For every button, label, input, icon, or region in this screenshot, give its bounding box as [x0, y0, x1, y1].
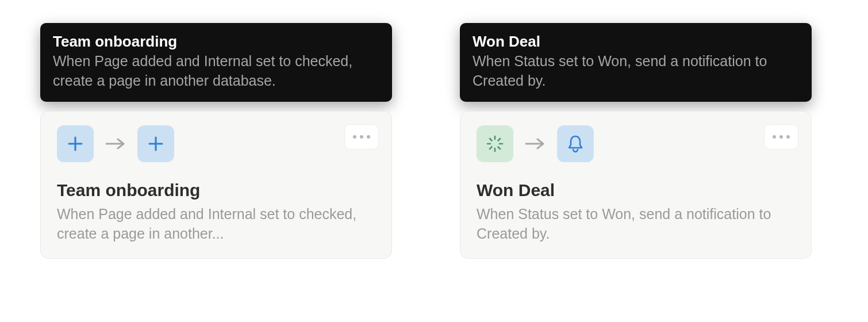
automation-flow-row [57, 125, 375, 162]
automation-item: Won Deal When Status set to Won, send a … [460, 23, 812, 259]
action-icon-box [557, 125, 594, 162]
tooltip-description: When Page added and Internal set to chec… [53, 52, 379, 91]
tooltip-title: Won Deal [473, 32, 799, 52]
plus-icon [67, 135, 84, 152]
tooltip-title: Team onboarding [53, 32, 379, 52]
more-options-button[interactable] [764, 124, 798, 150]
arrow-icon [523, 137, 548, 151]
spinner-icon [485, 134, 505, 154]
more-options-button[interactable] [344, 124, 379, 150]
trigger-icon-box [477, 125, 513, 162]
automation-title: Won Deal [477, 179, 795, 201]
dots-icon [773, 135, 776, 139]
automation-flow-row [477, 125, 795, 162]
plus-icon [147, 135, 164, 152]
svg-line-9 [490, 139, 492, 141]
svg-line-10 [498, 147, 501, 150]
svg-line-11 [490, 147, 492, 150]
automation-tooltip: Team onboarding When Page added and Inte… [40, 23, 392, 102]
automation-tooltip: Won Deal When Status set to Won, send a … [460, 23, 812, 102]
arrow-icon [103, 137, 128, 151]
tooltip-description: When Status set to Won, send a notificat… [473, 52, 799, 91]
dots-icon [360, 135, 363, 139]
trigger-icon-box [57, 125, 94, 162]
automation-description: When Status set to Won, send a notificat… [477, 205, 795, 244]
dots-icon [779, 135, 783, 139]
action-icon-box [137, 125, 174, 162]
automation-description: When Page added and Internal set to chec… [57, 205, 375, 244]
automation-item: Team onboarding When Page added and Inte… [40, 23, 392, 259]
dots-icon [786, 135, 790, 139]
dots-icon [367, 135, 370, 139]
svg-line-12 [498, 139, 501, 141]
dots-icon [353, 135, 356, 139]
automation-title: Team onboarding [57, 179, 375, 201]
bell-icon [566, 134, 585, 154]
automation-card[interactable]: Team onboarding When Page added and Inte… [40, 111, 392, 259]
automation-card[interactable]: Won Deal When Status set to Won, send a … [460, 111, 812, 259]
